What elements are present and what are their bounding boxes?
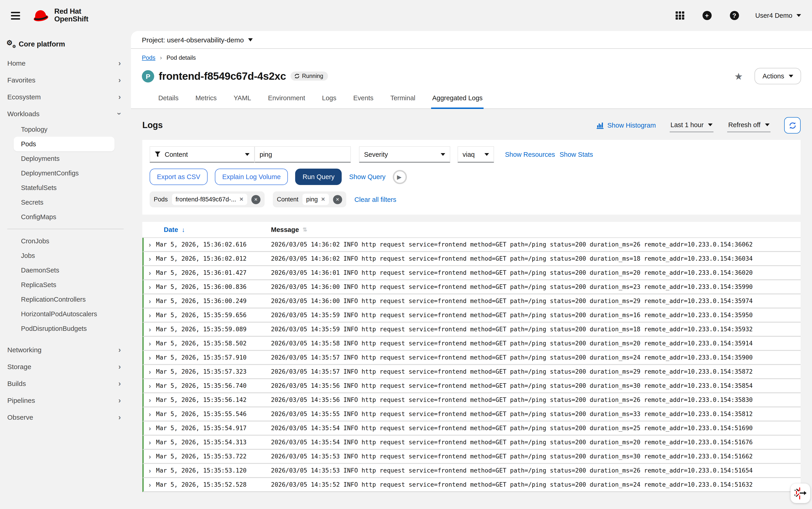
expand-row-icon[interactable]: ›	[144, 481, 156, 488]
schema-select[interactable]: viaq	[458, 146, 494, 163]
refresh-interval-select[interactable]: Refresh off	[727, 118, 771, 132]
sidebar-item[interactable]: ReplicationControllers ›	[14, 292, 115, 307]
log-row[interactable]: › Mar 5, 2026, 15:35:59.089 2026/03/05 1…	[142, 323, 801, 337]
sidebar-item[interactable]: ConfigMaps ›	[14, 210, 115, 224]
expand-row-icon[interactable]: ›	[144, 467, 156, 474]
content-search-input[interactable]	[254, 146, 351, 163]
sidebar-item[interactable]: Workloads ›	[0, 105, 131, 122]
hamburger-menu-icon[interactable]	[11, 12, 20, 20]
expand-row-icon[interactable]: ›	[144, 269, 156, 276]
severity-select[interactable]: Severity	[359, 146, 450, 163]
sidebar-item[interactable]: StatefulSets ›	[14, 180, 115, 195]
expand-row-icon[interactable]: ›	[144, 439, 156, 446]
sidebar-item[interactable]: Topology ›	[14, 122, 115, 137]
tab[interactable]: Aggregated Logs	[431, 94, 483, 109]
sidebar-item[interactable]: Pods ›	[14, 137, 115, 151]
log-row[interactable]: › Mar 5, 2026, 15:35:53.120 2026/03/05 1…	[142, 464, 801, 478]
stream-logs-play-button[interactable]: ▶	[393, 170, 407, 184]
sidebar-item[interactable]: DeploymentConfigs ›	[14, 166, 115, 180]
tab[interactable]: Logs	[321, 94, 337, 109]
sidebar-item[interactable]: CronJobs ›	[14, 234, 115, 248]
expand-row-icon[interactable]: ›	[144, 298, 156, 304]
show-stats-link[interactable]: Show Stats	[560, 151, 593, 158]
sidebar-item[interactable]: PodDisruptionBudgets ›	[14, 321, 115, 336]
sidebar-item[interactable]: Secrets ›	[14, 195, 115, 210]
sidebar-item[interactable]: Networking ›	[0, 341, 131, 358]
expand-row-icon[interactable]: ›	[144, 326, 156, 333]
clear-all-filters-link[interactable]: Clear all filters	[354, 196, 397, 203]
sidebar-item[interactable]: Builds ›	[0, 375, 131, 392]
log-row[interactable]: › Mar 5, 2026, 15:36:00.249 2026/03/05 1…	[142, 294, 801, 308]
log-row[interactable]: › Mar 5, 2026, 15:35:57.323 2026/03/05 1…	[142, 365, 801, 379]
log-row[interactable]: › Mar 5, 2026, 15:35:54.917 2026/03/05 1…	[142, 421, 801, 436]
expand-row-icon[interactable]: ›	[144, 241, 156, 248]
sidebar-item[interactable]: DaemonSets ›	[14, 263, 115, 277]
sidebar-item[interactable]: Ecosystem ›	[0, 89, 131, 105]
sidebar-item[interactable]: Jobs ›	[14, 248, 115, 263]
log-row[interactable]: › Mar 5, 2026, 15:35:56.142 2026/03/05 1…	[142, 393, 801, 407]
log-row[interactable]: › Mar 5, 2026, 15:35:55.546 2026/03/05 1…	[142, 407, 801, 421]
remove-chip-group-button[interactable]: ✕	[251, 195, 260, 204]
log-row[interactable]: › Mar 5, 2026, 15:35:53.722 2026/03/05 1…	[142, 450, 801, 464]
log-row[interactable]: › Mar 5, 2026, 15:35:58.502 2026/03/05 1…	[142, 337, 801, 351]
message-column-header[interactable]: Message ⇅	[271, 226, 801, 233]
project-selector[interactable]: Project: user4-observability-demo	[131, 31, 812, 49]
sidebar-item[interactable]: HorizontalPodAutoscalers ›	[14, 307, 115, 321]
show-resources-link[interactable]: Show Resources	[505, 151, 555, 158]
expand-row-icon[interactable]: ›	[144, 354, 156, 361]
remove-chip-button[interactable]: ✕	[239, 197, 243, 202]
expand-row-icon[interactable]: ›	[144, 425, 156, 432]
expand-row-icon[interactable]: ›	[144, 368, 156, 375]
show-histogram-link[interactable]: Show Histogram	[597, 122, 656, 129]
tab[interactable]: YAML	[233, 94, 252, 109]
expand-row-icon[interactable]: ›	[144, 255, 156, 262]
sidebar-item[interactable]: ›	[7, 229, 124, 229]
explain-log-volume-button[interactable]: Explain Log Volume	[215, 169, 288, 185]
expand-row-icon[interactable]: ›	[144, 283, 156, 290]
expand-row-icon[interactable]: ›	[144, 312, 156, 318]
log-row[interactable]: › Mar 5, 2026, 15:35:54.313 2026/03/05 1…	[142, 436, 801, 450]
refresh-button[interactable]	[784, 117, 801, 134]
sidebar-item[interactable]: Storage ›	[0, 358, 131, 375]
sidebar-item[interactable]: Deployments ›	[14, 151, 115, 166]
export-csv-button[interactable]: Export as CSV	[150, 169, 208, 185]
expand-row-icon[interactable]: ›	[144, 453, 156, 460]
log-row[interactable]: › Mar 5, 2026, 15:35:52.528 2026/03/05 1…	[142, 478, 801, 492]
sidebar-item[interactable]: Home ›	[0, 55, 131, 72]
log-row[interactable]: › Mar 5, 2026, 15:35:56.740 2026/03/05 1…	[142, 379, 801, 393]
expand-row-icon[interactable]: ›	[144, 382, 156, 389]
remove-chip-button[interactable]: ✕	[321, 197, 325, 202]
perspective-switcher[interactable]: ⚙⚙ Core platform	[0, 37, 131, 55]
lightspeed-launcher-button[interactable]	[790, 483, 810, 503]
tab[interactable]: Events	[352, 94, 375, 109]
actions-button[interactable]: Actions	[755, 68, 801, 84]
tab[interactable]: Terminal	[389, 94, 416, 109]
sidebar-item[interactable]: ReplicaSets ›	[14, 277, 115, 292]
show-query-link[interactable]: Show Query	[349, 173, 386, 180]
tab[interactable]: Metrics	[194, 94, 218, 109]
filter-attribute-select[interactable]: Content	[150, 146, 254, 163]
expand-row-icon[interactable]: ›	[144, 411, 156, 417]
log-row[interactable]: › Mar 5, 2026, 15:35:57.910 2026/03/05 1…	[142, 351, 801, 365]
date-column-header[interactable]: Date ↓	[156, 226, 271, 233]
remove-chip-group-button[interactable]: ✕	[333, 195, 342, 204]
sidebar-item[interactable]: Favorites ›	[0, 72, 131, 89]
time-range-select[interactable]: Last 1 hour	[670, 118, 714, 132]
favorite-star-icon[interactable]: ★	[734, 71, 743, 81]
help-circle-icon[interactable]: ?	[730, 11, 739, 20]
user-menu[interactable]: User4 Demo	[755, 12, 801, 19]
sidebar-item[interactable]: Observe ›	[0, 409, 131, 426]
tab[interactable]: Details	[157, 94, 180, 109]
log-row[interactable]: › Mar 5, 2026, 15:36:01.427 2026/03/05 1…	[142, 266, 801, 280]
expand-row-icon[interactable]: ›	[144, 397, 156, 403]
log-row[interactable]: › Mar 5, 2026, 15:35:59.656 2026/03/05 1…	[142, 308, 801, 323]
apps-grid-icon[interactable]	[676, 11, 684, 20]
log-row[interactable]: › Mar 5, 2026, 15:36:02.012 2026/03/05 1…	[142, 252, 801, 266]
expand-row-icon[interactable]: ›	[144, 340, 156, 347]
log-row[interactable]: › Mar 5, 2026, 15:36:02.616 2026/03/05 1…	[142, 238, 801, 252]
add-circle-icon[interactable]: +	[702, 11, 711, 20]
tab[interactable]: Environment	[267, 94, 306, 109]
run-query-button[interactable]: Run Query	[295, 169, 342, 185]
sidebar-item[interactable]: Pipelines ›	[0, 392, 131, 409]
breadcrumb-pods-link[interactable]: Pods	[142, 54, 155, 61]
